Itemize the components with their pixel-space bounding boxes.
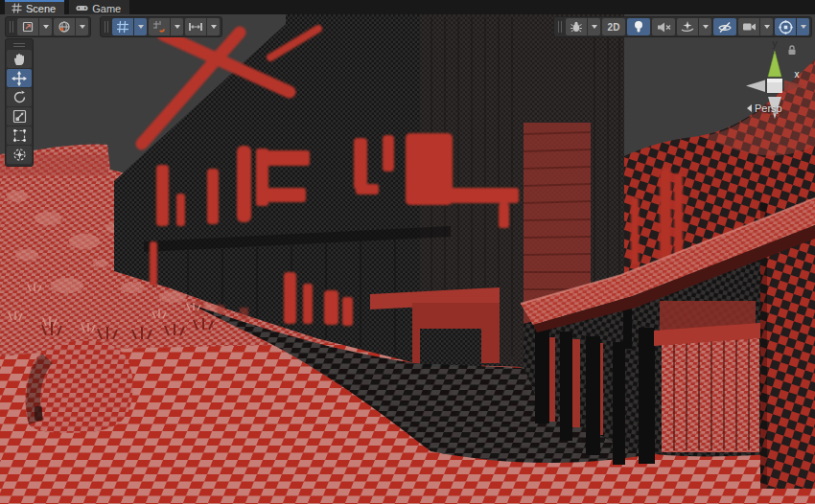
grid-snapping-button[interactable]: [149, 18, 183, 35]
tab-scene[interactable]: Scene: [5, 0, 64, 14]
chevron-down-icon: [80, 25, 85, 29]
overlay-drag-handle[interactable]: [103, 21, 110, 33]
grid-magnet-icon: [152, 20, 166, 34]
transform-tool-button[interactable]: [7, 146, 32, 164]
effects-dropdown-arrow[interactable]: [699, 18, 711, 35]
overlay-drag-handle[interactable]: [8, 21, 15, 33]
pivot-icon: [21, 20, 35, 34]
scale-tool-button[interactable]: [7, 107, 32, 126]
pivot-toggle[interactable]: [17, 18, 52, 35]
grid-icon: [116, 20, 129, 34]
transform-icon: [12, 148, 27, 162]
y-axis-cone: [768, 51, 781, 77]
globe-icon: [58, 20, 71, 34]
grid-snapping-dropdown-arrow[interactable]: [171, 18, 183, 35]
rect-tool-button[interactable]: [7, 126, 32, 145]
camera-icon: [742, 21, 757, 33]
scene-grid-icon: [12, 3, 22, 13]
debug-draw-mode-icon: [570, 20, 583, 34]
rect-icon: [12, 128, 27, 143]
audio-button[interactable]: [652, 18, 675, 35]
light-bulb-icon: [633, 20, 644, 34]
chevron-down-icon: [43, 25, 49, 29]
camera-dropdown-arrow[interactable]: [760, 18, 773, 35]
chevron-down-icon: [592, 25, 597, 29]
dock-tab-bar: Scene Game: [0, 0, 815, 14]
hand-icon: [12, 52, 26, 66]
rotate-icon: [12, 90, 27, 104]
persp-arrow-icon: [747, 104, 752, 112]
chevron-down-icon: [801, 25, 806, 29]
scene-lighting-button[interactable]: [627, 18, 650, 35]
view-tool-button[interactable]: [7, 50, 32, 68]
gizmos-dropdown-arrow[interactable]: [797, 18, 809, 35]
scene-render: [0, 0, 815, 504]
pivot-dropdown-arrow[interactable]: [39, 18, 52, 35]
tab-scene-label: Scene: [26, 3, 56, 14]
grid-visibility-button[interactable]: [112, 18, 147, 35]
snap-move-icon: [188, 20, 203, 34]
scene-visibility-button[interactable]: [713, 18, 736, 35]
draw-mode-button[interactable]: [566, 18, 600, 35]
effects-icon: [681, 20, 694, 34]
view-options-toolbar: 2D: [553, 16, 812, 37]
gizmo-lock[interactable]: [786, 42, 798, 59]
move-tool-button[interactable]: [7, 69, 32, 87]
move-icon: [12, 71, 27, 86]
projection-toggle[interactable]: Persp: [747, 103, 782, 114]
gizmos-button[interactable]: [775, 18, 809, 35]
left-axis-cone: [746, 80, 765, 93]
tab-game-label: Game: [92, 3, 121, 14]
overlay-drag-handle[interactable]: [556, 21, 564, 33]
effects-button[interactable]: [677, 18, 711, 35]
x-axis-cone: [784, 80, 803, 93]
gizmos-sphere-icon: [779, 20, 793, 34]
grid-visibility-dropdown-arrow[interactable]: [134, 18, 147, 35]
2d-toggle-button[interactable]: 2D: [602, 18, 625, 35]
tool-settings-toolbar: [5, 16, 91, 37]
projection-label: Persp: [755, 103, 782, 114]
lock-icon: [786, 44, 798, 56]
tools-toolbar: [5, 38, 34, 167]
snap-increment-button[interactable]: [185, 18, 220, 35]
chevron-down-icon: [175, 25, 180, 29]
tab-game[interactable]: Game: [69, 0, 129, 14]
scale-icon: [12, 109, 27, 124]
x-axis-label: x: [795, 69, 800, 80]
chevron-down-icon: [764, 25, 770, 29]
grid-snap-toolbar: [100, 16, 222, 37]
snap-increment-dropdown-arrow[interactable]: [207, 18, 220, 35]
camera-settings-button[interactable]: [738, 18, 773, 35]
scene-boulder: [26, 341, 133, 433]
overlay-drag-handle[interactable]: [13, 41, 25, 49]
eye-hidden-icon: [717, 21, 733, 34]
gizmo-cube-top-face: [767, 79, 782, 82]
y-axis-label: y: [772, 37, 778, 49]
audio-muted-icon: [657, 21, 671, 34]
global-dropdown-arrow[interactable]: [76, 18, 88, 35]
scene-view[interactable]: [0, 0, 815, 504]
draw-mode-dropdown-arrow[interactable]: [588, 18, 600, 35]
chevron-down-icon: [703, 25, 709, 29]
game-controller-icon: [76, 4, 88, 12]
chevron-down-icon: [138, 25, 144, 29]
2d-label: 2D: [608, 22, 620, 33]
global-orientation-toggle[interactable]: [54, 18, 88, 35]
rotate-tool-button[interactable]: [7, 88, 32, 106]
chevron-down-icon: [211, 25, 217, 29]
